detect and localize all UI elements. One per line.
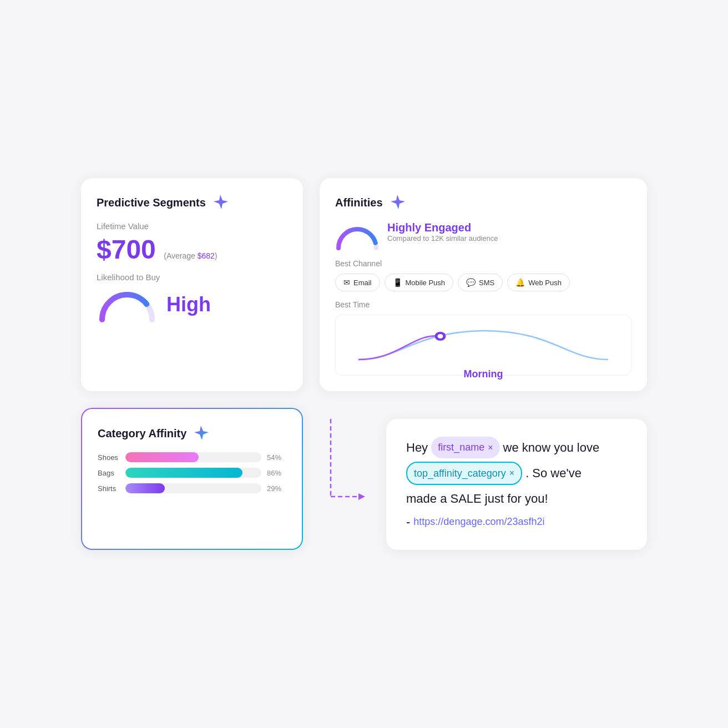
middle-section: Category Affinity Shoes: [81, 408, 647, 550]
shoes-fill: [125, 452, 199, 462]
svg-marker-1: [391, 195, 405, 209]
message-line-1: Hey first_name × we know you love: [406, 437, 627, 458]
category-header: Category Affinity: [98, 424, 286, 442]
mobile-push-label: Mobile Push: [406, 279, 446, 287]
category-ai-icon: [192, 424, 210, 442]
first-name-x[interactable]: ×: [488, 440, 493, 455]
top-affinity-pill[interactable]: top_affinity_category ×: [406, 462, 522, 486]
email-label: Email: [353, 279, 372, 287]
affinities-header: Affinities: [335, 194, 631, 211]
lifetime-value: $700: [97, 234, 156, 265]
bar-shoes: Shoes 54%: [98, 452, 286, 462]
predictive-header: Predictive Segments: [97, 194, 287, 211]
predictive-title: Predictive Segments: [97, 196, 206, 209]
bags-percent: 86%: [267, 469, 286, 477]
svg-marker-0: [214, 195, 228, 209]
best-channel-label: Best Channel: [335, 259, 631, 268]
affinity-gauge: [335, 221, 380, 250]
bar-shirts: Shirts 29%: [98, 483, 286, 493]
shoes-label: Shoes: [98, 453, 120, 462]
affinities-title: Affinities: [335, 196, 383, 209]
sale-text: made a SALE just for you!: [406, 488, 548, 509]
likelihood-label: Likelihood to Buy: [97, 272, 287, 282]
connector-space: [320, 408, 370, 550]
time-curve-svg: [345, 326, 622, 364]
affinity-engagement-header: Highly Engaged Compared to 12K similar a…: [335, 221, 631, 250]
sms-icon: 💬: [466, 278, 476, 287]
message-link[interactable]: https://dengage.com/23asfh2i: [413, 513, 544, 530]
likelihood-value: High: [166, 293, 211, 316]
link-prefix: -: [406, 512, 410, 532]
bags-track: [125, 468, 261, 478]
top-row: Predictive Segments Lifetime Value $700 …: [81, 178, 647, 391]
best-time-section: Best Time: [335, 300, 631, 376]
svg-marker-7: [358, 493, 365, 500]
average-amount: $682: [198, 251, 215, 260]
ai-sparkle-icon: [211, 194, 229, 211]
bags-fill: [125, 468, 242, 478]
first-name-label: first_name: [438, 439, 484, 456]
category-title: Category Affinity: [98, 427, 186, 440]
channel-mobile-push[interactable]: 📱 Mobile Push: [385, 274, 454, 291]
message-line-3: made a SALE just for you!: [406, 488, 627, 509]
best-time-label: Best Time: [335, 300, 631, 309]
channel-sms[interactable]: 💬 SMS: [458, 274, 503, 291]
lifetime-label: Lifetime Value: [97, 221, 287, 231]
shoes-track: [125, 452, 261, 462]
bar-bags: Bags 86%: [98, 468, 286, 478]
bars-container: Shoes 54% Bags 86% Shirts: [98, 452, 286, 493]
we-know-text: we know you love: [503, 437, 600, 458]
svg-point-3: [438, 334, 443, 338]
svg-marker-4: [194, 426, 209, 440]
engaged-label: Highly Engaged: [387, 221, 498, 234]
sms-label: SMS: [479, 279, 494, 287]
bags-label: Bags: [98, 469, 120, 477]
average-value: (Average $682): [164, 251, 217, 260]
shirts-percent: 29%: [267, 484, 286, 493]
shoes-percent: 54%: [267, 453, 286, 462]
morning-label: Morning: [345, 368, 622, 380]
shirts-track: [125, 483, 261, 493]
predictive-segments-card: Predictive Segments Lifetime Value $700 …: [81, 178, 303, 391]
channel-email[interactable]: ✉ Email: [335, 274, 380, 291]
channel-web-push[interactable]: 🔔 Web Push: [507, 274, 570, 291]
compare-text: Compared to 12K similar audience: [387, 234, 498, 242]
shirts-fill: [125, 483, 165, 493]
hey-text: Hey: [406, 437, 428, 458]
likelihood-gauge: [97, 286, 158, 322]
main-container: Predictive Segments Lifetime Value $700 …: [59, 156, 669, 572]
mobile-push-icon: 📱: [393, 278, 402, 287]
likelihood-row: High: [97, 286, 287, 322]
email-icon: ✉: [343, 278, 350, 287]
best-channel-section: Best Channel ✉ Email 📱 Mobile Push 💬 SMS: [335, 259, 631, 291]
affinity-text: Highly Engaged Compared to 12K similar a…: [387, 221, 498, 242]
affinities-card: Affinities: [320, 178, 647, 391]
message-line-2: top_affinity_category × . So we've: [406, 462, 627, 486]
shirts-label: Shirts: [98, 484, 120, 493]
channel-tags: ✉ Email 📱 Mobile Push 💬 SMS 🔔 Web Push: [335, 274, 631, 291]
affinities-ai-icon: [388, 194, 406, 211]
time-graph: Morning: [335, 315, 631, 376]
first-name-pill[interactable]: first_name ×: [431, 437, 499, 458]
message-card: Hey first_name × we know you love top_af…: [386, 419, 647, 550]
web-push-icon: 🔔: [515, 278, 525, 287]
top-affinity-label: top_affinity_category: [414, 465, 506, 482]
so-weve-text: . So we've: [525, 463, 582, 483]
lifetime-value-row: $700 (Average $682): [97, 234, 287, 265]
web-push-label: Web Push: [528, 279, 562, 287]
connector-svg: [320, 419, 370, 530]
message-line-4: - https://dengage.com/23asfh2i: [406, 512, 627, 532]
category-affinity-card: Category Affinity Shoes: [81, 408, 303, 550]
top-affinity-x[interactable]: ×: [509, 466, 514, 481]
